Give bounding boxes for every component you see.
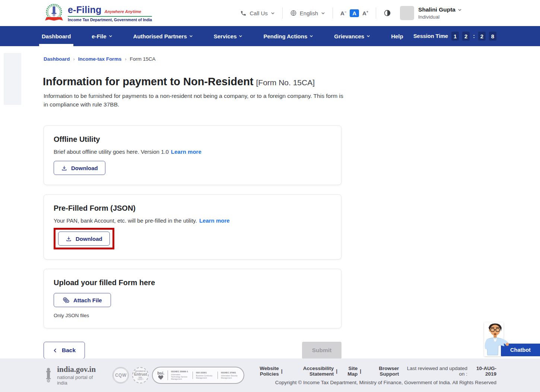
user-role: Individual (418, 14, 462, 20)
breadcrumb-income-tax-forms[interactable]: Income-tax Forms (78, 56, 121, 62)
last-reviewed-date: 10-AUG-2019 (469, 366, 496, 377)
cqw-badge: CQW (112, 367, 129, 383)
avatar (400, 6, 414, 20)
chatbot-widget: Chatbot (484, 322, 540, 356)
session-digit: 8 (489, 32, 496, 41)
submit-button[interactable]: Submit (302, 342, 342, 359)
bsi-cert: ISO/IEC 20000-1 Information Technology S… (168, 370, 189, 380)
font-default-button[interactable]: A (350, 9, 359, 17)
website-policies-link[interactable]: Website Policies (244, 366, 279, 377)
certification-badges: CQW SECURED BY Entrust SSL VERIFY bsi. I… (112, 367, 244, 384)
card-title: Upload your filled Form here (54, 278, 331, 287)
session-colon: : (473, 33, 475, 39)
bsi-cert: ISO/IEC 27001 Information Security Manag… (217, 372, 239, 379)
main-navbar: Dashboard e-File Authorised Partners Ser… (0, 26, 540, 46)
portal-subtitle: national portal of india (57, 375, 98, 386)
accessibility-statement-link[interactable]: Accessibility Statement (285, 366, 334, 377)
header-toolbar: Call Us English A− A A+ Shalini Gupta (240, 6, 540, 20)
bsi-certifications-badge: bsi. ISO/IEC 20000-1 Information Technol… (152, 367, 244, 384)
link-separator: | (281, 368, 283, 374)
copyright-text: Copyright © Income Tax Department, Minis… (244, 380, 496, 385)
cards-container: Offline Utility Brief about offline util… (44, 125, 342, 328)
nav-item-authorised-partners[interactable]: Authorised Partners (133, 26, 193, 46)
last-reviewed-label: Last reviewed and updated on : (406, 366, 467, 377)
efiling-logo[interactable]: e-Filing Anywhere Anytime Income Tax Dep… (44, 3, 152, 23)
divider (282, 7, 283, 19)
contrast-toggle-button[interactable] (384, 9, 391, 17)
offline-utility-card: Offline Utility Brief about offline util… (44, 125, 342, 185)
nav-list: Dashboard e-File Authorised Partners Ser… (42, 26, 403, 46)
file-type-note: Only JSON files (54, 313, 331, 318)
download-prefilled-json-button[interactable]: Download (58, 232, 110, 246)
site-map-link[interactable]: Site Map (340, 366, 358, 377)
divider (376, 7, 376, 19)
language-label: English (300, 10, 318, 16)
form-actions: Back Submit (44, 342, 342, 359)
nav-item-grievances[interactable]: Grievances (334, 26, 370, 46)
learn-more-link[interactable]: Learn more (199, 217, 230, 224)
prefilled-form-card: Pre-Filled Form (JSON) Your PAN, bank Ac… (44, 194, 342, 259)
attach-file-button[interactable]: Attach File (54, 293, 111, 307)
brand-name: e-Filing (68, 4, 101, 15)
chevron-down-icon (366, 34, 370, 38)
footer-portal[interactable]: india.gov.in national portal of india (44, 365, 98, 386)
session-timer: Session Time 1 2 : 2 8 (413, 32, 496, 41)
chevron-down-icon (458, 8, 462, 12)
portal-name: india.gov.in (57, 365, 98, 374)
session-time-label: Session Time (413, 33, 448, 39)
chevron-down-icon (239, 34, 242, 38)
download-icon (66, 236, 72, 242)
nav-item-help[interactable]: Help (391, 26, 403, 46)
paperclip-icon (63, 297, 70, 304)
brand-tagline: Anywhere Anytime (104, 9, 141, 14)
user-menu[interactable]: Shalini Gupta Individual (400, 6, 462, 20)
font-decrease-button[interactable]: A− (340, 10, 346, 16)
browser-support-link[interactable]: Browser Support (363, 366, 399, 377)
card-title: Offline Utility (54, 135, 331, 144)
form-number-tag: [Form No. 15CA] (256, 78, 315, 87)
brand-divider (68, 16, 152, 17)
page-title: Information for payment to Non-Resident[… (43, 76, 540, 88)
breadcrumb-dashboard[interactable]: Dashboard (44, 56, 70, 62)
chevron-left-icon (53, 348, 58, 353)
download-utility-button[interactable]: Download (54, 161, 105, 175)
chevron-down-icon (109, 34, 112, 38)
nav-item-efile[interactable]: e-File (92, 26, 112, 46)
breadcrumb-separator: › (73, 56, 75, 62)
footer: india.gov.in national portal of india CQ… (0, 358, 540, 392)
brand-department: Income Tax Department, Government of Ind… (68, 17, 152, 22)
back-button[interactable]: Back (44, 342, 85, 359)
link-separator: | (360, 368, 361, 374)
breadcrumb-separator: › (125, 56, 126, 62)
income-tax-emblem-icon (44, 3, 64, 23)
nav-item-services[interactable]: Services (214, 26, 243, 46)
phone-icon (240, 10, 247, 16)
india-emblem-icon (44, 366, 53, 384)
language-menu[interactable]: English (290, 10, 325, 16)
divider (333, 7, 333, 19)
contrast-icon (384, 9, 391, 17)
card-title: Pre-Filled Form (JSON) (54, 204, 331, 213)
nav-item-pending-actions[interactable]: Pending Actions (263, 26, 313, 46)
call-us-menu[interactable]: Call Us (240, 10, 274, 16)
download-icon (61, 165, 67, 171)
call-us-label: Call Us (250, 10, 267, 16)
top-header: e-Filing Anywhere Anytime Income Tax Dep… (0, 0, 540, 26)
chevron-down-icon (321, 11, 325, 15)
globe-icon (290, 10, 297, 16)
bsi-kitemark-icon (158, 375, 164, 380)
nav-item-dashboard[interactable]: Dashboard (42, 26, 71, 46)
breadcrumb-current: Form 15CA (130, 56, 155, 62)
session-digit: 1 (451, 32, 459, 41)
font-size-controls: A− A A+ (340, 9, 368, 17)
breadcrumb: Dashboard › Income-tax Forms › Form 15CA (44, 56, 540, 62)
bsi-cert: ISO 22301 Business Continuity Management (193, 372, 214, 379)
session-digit: 2 (462, 32, 470, 41)
page-description: Information to be furnished for payments… (44, 92, 343, 109)
main-content: Dashboard › Income-tax Forms › Form 15CA… (0, 56, 540, 359)
learn-more-link[interactable]: Learn more (171, 149, 201, 155)
chatbot-mascot-icon (483, 322, 509, 356)
chevron-down-icon (189, 34, 193, 38)
font-increase-button[interactable]: A+ (362, 10, 368, 16)
session-digit: 2 (478, 32, 486, 41)
